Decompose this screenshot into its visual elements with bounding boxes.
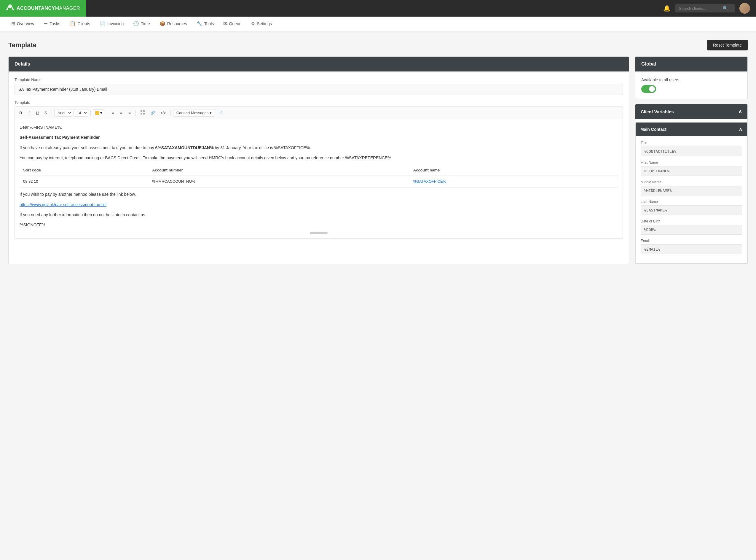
bold-button[interactable]: B xyxy=(17,109,24,117)
editor-scrollbar[interactable] xyxy=(310,232,328,234)
toolbar-separator-5 xyxy=(170,110,171,116)
nav-queue-label: Queue xyxy=(229,21,241,26)
client-variables-panel: Client Variables ∧ Main Contact ∧ Title … xyxy=(635,104,748,264)
main-contact-title: Main Contact xyxy=(640,127,667,132)
cv-firstname-value[interactable]: %FIRSTNAME% xyxy=(641,166,742,176)
top-navigation: ACCOUNTANCYMANAGER 🔔 🔍 xyxy=(0,0,756,17)
italic-button[interactable]: I xyxy=(25,109,33,117)
client-variables-body: Main Contact ∧ Title %CONTACTTITLE% Firs… xyxy=(635,122,748,264)
page-icon-button[interactable]: 📄 xyxy=(216,109,225,117)
reset-template-button[interactable]: Reset Template xyxy=(707,40,748,51)
underline-button[interactable]: U xyxy=(34,109,41,117)
avatar[interactable] xyxy=(739,3,750,14)
details-panel: Details Template Name Template B I U S xyxy=(8,56,629,264)
available-to-all-label: Available to all users xyxy=(641,77,741,82)
nav-tools-label: Tools xyxy=(204,21,214,26)
nav-overview[interactable]: ⊞ Overview xyxy=(7,17,38,32)
nav-invoicing[interactable]: 📄 Invoicing xyxy=(96,17,128,32)
cv-firstname-label: First Name xyxy=(641,160,742,165)
nav-settings[interactable]: ⚙ Settings xyxy=(247,17,276,32)
cv-title-field: Title %CONTACTTITLE% xyxy=(641,141,742,156)
code-button[interactable]: </> xyxy=(158,109,168,117)
cv-email-value[interactable]: %EMAIL% xyxy=(641,244,742,254)
canned-messages-button[interactable]: Canned Messages ▾ xyxy=(173,109,215,117)
cv-dob-field: Date of Birth %DOB% xyxy=(641,219,742,235)
queue-icon: ✉ xyxy=(223,21,227,26)
table-button[interactable] xyxy=(138,108,147,117)
notifications-bell-icon[interactable]: 🔔 xyxy=(663,5,671,12)
highlight-chevron-icon: ▾ xyxy=(100,111,102,115)
page-header: Template Reset Template xyxy=(8,40,748,51)
editor-link[interactable]: https://www.gov.uk/pay-self-assessment-t… xyxy=(20,202,106,207)
editor-para4: If you need any further information then… xyxy=(20,212,618,218)
available-to-all-toggle[interactable] xyxy=(641,85,656,93)
search-bar[interactable]: 🔍 xyxy=(675,4,735,13)
cv-lastname-value[interactable]: %LASTNAME% xyxy=(641,205,742,215)
nav-overview-label: Overview xyxy=(17,21,34,26)
nav-tasks-label: Tasks xyxy=(49,21,60,26)
client-variables-collapse-icon[interactable]: ∧ xyxy=(738,108,742,115)
nav-clients[interactable]: 📋 Clients xyxy=(65,17,94,32)
size-selector[interactable]: 14 xyxy=(74,109,88,117)
cv-dob-value[interactable]: %DOB% xyxy=(641,225,742,235)
unordered-list-button[interactable]: ≡ xyxy=(109,109,117,117)
cv-middlename-value[interactable]: %MIDDLENAME% xyxy=(641,186,742,196)
settings-icon: ⚙ xyxy=(251,21,255,26)
main-contact-collapse-icon[interactable]: ∧ xyxy=(738,126,742,133)
nav-tasks[interactable]: ☰ Tasks xyxy=(39,17,64,32)
cv-dob-label: Date of Birth xyxy=(641,219,742,223)
table-header-sort-code: Sort code xyxy=(20,165,148,176)
table-row: 08 32 10 %HMRCACCOUNTNO% %SATAXOFFICE% xyxy=(20,176,618,187)
editor-signoff: %SIGNOFF% xyxy=(20,222,618,228)
client-variables-header: Client Variables ∧ xyxy=(635,104,748,119)
details-panel-body: Template Name Template B I U S Arial xyxy=(8,72,629,250)
cv-middlename-label: Middle Name xyxy=(641,180,742,184)
svg-rect-2 xyxy=(141,113,142,115)
client-variables-title: Client Variables xyxy=(641,109,674,114)
right-panels: Global Available to all users Client Var… xyxy=(635,56,748,264)
toolbar-separator-3 xyxy=(107,110,107,116)
link-button[interactable]: 🔗 xyxy=(148,109,157,117)
table-header-account-name: Account name xyxy=(410,165,618,176)
font-selector[interactable]: Arial xyxy=(54,109,72,117)
strikethrough-button[interactable]: S xyxy=(42,109,49,117)
invoicing-icon: 📄 xyxy=(100,21,105,26)
align-button[interactable]: ≡ xyxy=(126,109,133,117)
table-cell-account-name: %SATAXOFFICE% xyxy=(410,176,618,187)
editor-para1: If you have not already paid your self a… xyxy=(20,144,618,151)
editor-subject: Self-Assessment Tax Payment Reminder xyxy=(20,135,100,140)
logo-icon xyxy=(6,3,14,13)
nav-clients-label: Clients xyxy=(77,21,90,26)
logo-text: ACCOUNTANCYMANAGER xyxy=(17,6,80,11)
secondary-navigation: ⊞ Overview ☰ Tasks 📋 Clients 📄 Invoicing… xyxy=(0,17,756,32)
main-content: Template Reset Template Details Template… xyxy=(0,32,756,272)
nav-time[interactable]: 🕐 Time xyxy=(129,17,154,32)
tools-icon: 🔧 xyxy=(197,21,203,26)
logo-area[interactable]: ACCOUNTANCYMANAGER xyxy=(0,0,86,17)
ordered-list-button[interactable]: ≡ xyxy=(118,109,125,117)
template-label: Template xyxy=(15,100,623,105)
nav-queue[interactable]: ✉ Queue xyxy=(219,17,245,32)
highlight-button[interactable]: ▾ xyxy=(93,109,104,116)
editor-area[interactable]: Dear %FIRSTNAME%, Self-Assessment Tax Pa… xyxy=(15,119,623,239)
template-name-label: Template Name xyxy=(15,77,623,82)
svg-rect-3 xyxy=(143,113,145,115)
nav-tools[interactable]: 🔧 Tools xyxy=(192,17,218,32)
highlight-color-dot xyxy=(95,111,99,115)
table-cell-sort-code: 08 32 10 xyxy=(20,176,148,187)
svg-rect-1 xyxy=(143,111,145,112)
nav-resources[interactable]: 📦 Resources xyxy=(155,17,191,32)
template-name-input[interactable] xyxy=(15,84,623,95)
global-panel-body: Available to all users xyxy=(635,72,748,99)
editor-table: Sort code Account number Account name 08… xyxy=(20,165,618,188)
nav-time-label: Time xyxy=(141,21,150,26)
search-input[interactable] xyxy=(679,6,720,11)
search-icon: 🔍 xyxy=(723,6,728,11)
details-panel-header: Details xyxy=(8,57,629,72)
canned-messages-label: Canned Messages xyxy=(177,111,208,115)
editor-toolbar: B I U S Arial 14 xyxy=(15,106,623,119)
main-contact-header: Main Contact ∧ xyxy=(636,122,747,136)
toolbar-separator-4 xyxy=(136,110,136,116)
cv-title-value[interactable]: %CONTACTTITLE% xyxy=(641,146,742,156)
tasks-icon: ☰ xyxy=(44,21,48,26)
